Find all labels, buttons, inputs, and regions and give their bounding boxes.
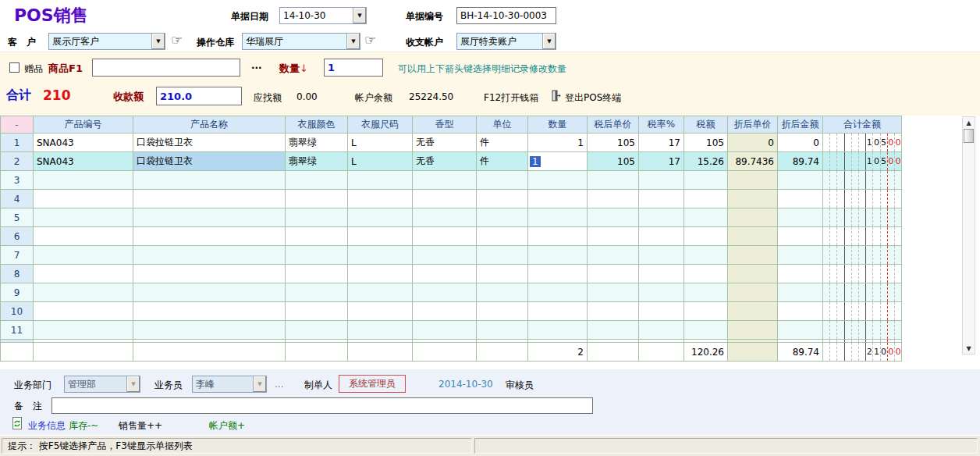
cell-empty[interactable]: [133, 227, 286, 246]
quantity-input[interactable]: [324, 59, 383, 77]
cell-empty[interactable]: [778, 302, 823, 321]
cell-empty[interactable]: [639, 171, 684, 190]
chevron-down-icon[interactable]: ▼: [151, 34, 165, 49]
cell-code[interactable]: SNA043: [34, 134, 133, 152]
open-drawer-label[interactable]: F12打开钱箱: [484, 91, 538, 105]
cell-empty[interactable]: [588, 171, 639, 190]
col-header-scent[interactable]: 香型: [413, 116, 477, 134]
cell-price[interactable]: 105: [588, 134, 639, 152]
col-header-price[interactable]: 税后单价: [588, 116, 639, 134]
col-header-color[interactable]: 衣服颜色: [286, 116, 348, 134]
cell-empty[interactable]: [639, 340, 684, 342]
cell-empty[interactable]: [778, 265, 823, 283]
cell-empty[interactable]: [348, 190, 413, 208]
col-header-qty[interactable]: 数量: [528, 116, 588, 134]
cell-empty[interactable]: [639, 265, 684, 283]
warehouse-lookup-pointer-icon[interactable]: ☞: [364, 34, 376, 46]
cell-empty[interactable]: [477, 227, 528, 246]
cell-size[interactable]: L: [348, 152, 413, 171]
cell-empty[interactable]: [34, 340, 133, 342]
cell-empty[interactable]: [34, 246, 133, 265]
cell-empty[interactable]: [133, 340, 286, 342]
scroll-down-icon[interactable]: ▼: [963, 343, 975, 354]
cell-empty[interactable]: [639, 208, 684, 227]
cell-empty[interactable]: [778, 340, 823, 342]
cell-empty[interactable]: [133, 246, 286, 265]
cell-empty[interactable]: [728, 190, 778, 208]
cell-name-selected[interactable]: 口袋拉链卫衣: [133, 152, 286, 171]
dept-combobox[interactable]: 管理部 ▼: [64, 376, 140, 393]
cell-empty[interactable]: [778, 283, 823, 302]
cell-empty[interactable]: [34, 265, 133, 283]
cell-size[interactable]: L: [348, 134, 413, 152]
cell-empty[interactable]: [588, 227, 639, 246]
vertical-scrollbar[interactable]: ▲ ▼: [962, 116, 975, 354]
cell-empty[interactable]: [477, 321, 528, 340]
cell-empty[interactable]: [728, 265, 778, 283]
cell-empty[interactable]: [684, 340, 728, 342]
cell-empty[interactable]: [348, 340, 413, 342]
cell-empty[interactable]: [286, 265, 348, 283]
cell-empty[interactable]: [477, 265, 528, 283]
col-header-unit[interactable]: 单位: [477, 116, 528, 134]
row-number[interactable]: 7: [1, 246, 34, 265]
row-number[interactable]: 2: [1, 152, 34, 171]
cell-empty[interactable]: [348, 265, 413, 283]
cell-empty[interactable]: [778, 227, 823, 246]
cell-empty[interactable]: [413, 265, 477, 283]
customer-lookup-pointer-icon[interactable]: ☞: [171, 34, 183, 46]
doc-date-combobox[interactable]: 14-10-30 ▼: [279, 7, 367, 24]
cell-empty[interactable]: [728, 283, 778, 302]
cell-code[interactable]: SNA043: [34, 152, 133, 171]
cell-empty[interactable]: [477, 283, 528, 302]
refresh-document-icon[interactable]: [11, 417, 23, 432]
cell-empty[interactable]: [477, 340, 528, 342]
cell-empty[interactable]: [684, 227, 728, 246]
cell-empty[interactable]: [413, 321, 477, 340]
scrollbar-thumb[interactable]: [964, 129, 974, 143]
cell-disc-price[interactable]: 89.7436: [728, 152, 778, 171]
cell-empty[interactable]: [528, 265, 588, 283]
cell-empty[interactable]: [528, 171, 588, 190]
cell-empty[interactable]: [588, 302, 639, 321]
cell-empty[interactable]: [348, 208, 413, 227]
col-header-tax[interactable]: 税额: [684, 116, 728, 134]
cell-taxrate[interactable]: 17: [639, 152, 684, 171]
row-number[interactable]: 5: [1, 208, 34, 227]
cell-empty[interactable]: [728, 171, 778, 190]
cell-qty[interactable]: 1: [528, 134, 588, 152]
cell-empty[interactable]: [133, 302, 286, 321]
customer-combobox[interactable]: 展示厅客户 ▼: [48, 33, 165, 50]
row-number[interactable]: 10: [1, 302, 34, 321]
cell-empty[interactable]: [778, 171, 823, 190]
received-amount-input[interactable]: [156, 87, 242, 105]
cell-empty[interactable]: [588, 265, 639, 283]
cell-empty[interactable]: [728, 302, 778, 321]
row-number[interactable]: 1: [1, 134, 34, 152]
cell-empty[interactable]: [588, 340, 639, 342]
cell-empty[interactable]: [528, 227, 588, 246]
cell-empty[interactable]: [286, 321, 348, 340]
cell-empty[interactable]: [133, 265, 286, 283]
cell-scent[interactable]: 无香: [413, 134, 477, 152]
row-number[interactable]: 8: [1, 265, 34, 283]
chevron-down-icon[interactable]: ▼: [353, 8, 366, 23]
cell-name[interactable]: 口袋拉链卫衣: [133, 134, 286, 152]
more-button[interactable]: ...: [251, 60, 262, 71]
cell-empty[interactable]: [778, 190, 823, 208]
row-number[interactable]: 12: [1, 340, 34, 342]
cell-empty[interactable]: [413, 227, 477, 246]
cell-unit[interactable]: 件: [477, 134, 528, 152]
cell-empty[interactable]: [348, 321, 413, 340]
col-header-code[interactable]: 产品编号: [34, 116, 133, 134]
cell-empty[interactable]: [348, 283, 413, 302]
cell-empty[interactable]: [477, 190, 528, 208]
cell-empty[interactable]: [348, 246, 413, 265]
cell-empty[interactable]: [348, 302, 413, 321]
cell-empty[interactable]: [413, 208, 477, 227]
cell-empty[interactable]: [286, 246, 348, 265]
cell-empty[interactable]: [413, 171, 477, 190]
cell-empty[interactable]: [684, 246, 728, 265]
cell-disc-price[interactable]: 0: [728, 134, 778, 152]
cell-empty[interactable]: [413, 190, 477, 208]
